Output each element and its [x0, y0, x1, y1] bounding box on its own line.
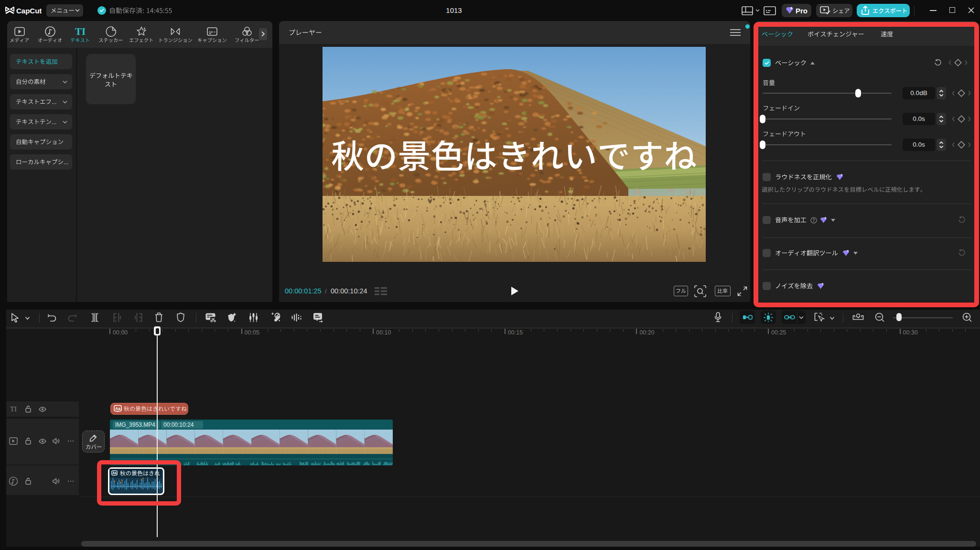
svg-text:Aa: Aa [115, 406, 120, 411]
